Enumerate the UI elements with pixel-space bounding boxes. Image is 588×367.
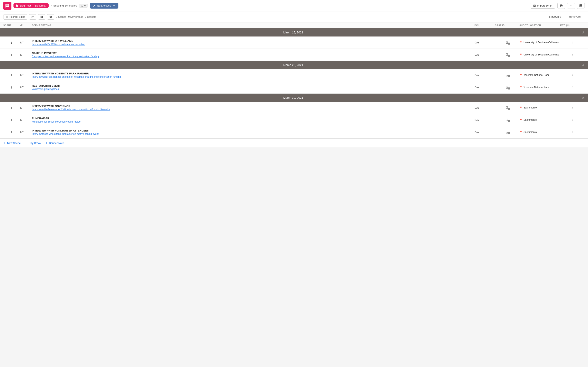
scene-ie: INT	[20, 119, 32, 122]
location-text: Sacramento	[523, 131, 537, 133]
scene-setting: INTERVIEW WITH GOVERNOR Interview with G…	[32, 105, 475, 111]
edit-access-button[interactable]: Edit Access	[90, 3, 118, 8]
topbar: Blog Post — Docume.. > Shooting Schedule…	[0, 0, 588, 11]
breadcrumb-separator: >	[51, 4, 52, 7]
edit-access-label: Edit Access	[97, 4, 111, 7]
toolbar-tabs: Stripboard Boneyard	[545, 13, 585, 20]
est-hash: #	[560, 106, 585, 109]
banner-3-hash: #	[582, 96, 584, 99]
pencil-icon	[93, 4, 96, 7]
import-icon	[533, 4, 536, 7]
new-scene-label: New Scene	[7, 142, 21, 145]
app-icon[interactable]	[3, 2, 11, 10]
scene-ie: INT	[20, 131, 32, 134]
scene-ie: INT	[20, 106, 32, 109]
schedule-container: SCENE I/E SCENE SETTING D/N CAST ID SHOO…	[0, 22, 588, 147]
cast-id-cell: +	[495, 105, 519, 111]
scene-description[interactable]: Interview with Dr. Williams on forest co…	[32, 43, 475, 46]
scene-number: 1	[3, 118, 20, 122]
svg-text:+: +	[509, 43, 509, 44]
cast-id-cell: +	[495, 117, 519, 123]
location-cell: 📍 Yosemite National Park	[519, 86, 560, 89]
cast-tag-icon: +	[504, 85, 510, 90]
new-scene-button[interactable]: New Scene	[3, 142, 21, 145]
version-badge[interactable]: v0	[79, 4, 88, 8]
location-cell: 📍 University of Southern California	[519, 53, 560, 56]
scene-description[interactable]: Interview with Governor of California on…	[32, 108, 475, 111]
location-cell: 📍 University of Southern California	[519, 41, 560, 44]
print-button[interactable]	[557, 3, 565, 9]
scene-description[interactable]: Fundraiser for Yosemite Conservation Pro…	[32, 120, 475, 123]
scene-setting: CAMPUS PROTEST Campus protest and awaren…	[32, 52, 475, 58]
plus-icon	[3, 142, 6, 145]
scene-dn: DAY	[475, 53, 495, 56]
scene-title: INTERVIEW WITH YOSEMITE PARK RANGER	[32, 72, 475, 75]
tab-boneyard[interactable]: Boneyard	[565, 13, 585, 20]
import-script-button[interactable]: Import Script	[530, 3, 555, 8]
scene-setting: INTERVIEW WITH YOSEMITE PARK RANGER Inte…	[32, 72, 475, 78]
scene-dn: DAY	[475, 106, 495, 109]
scene-title: FUNDRAISER	[32, 117, 475, 120]
banner-note-button[interactable]: Banner Note	[45, 142, 64, 145]
location-cell: 📍 Yosemite National Park	[519, 74, 560, 77]
import-btn-label: Import Script	[537, 4, 552, 7]
scene-description[interactable]: Volunteers planting trees	[32, 88, 475, 91]
header-scene-setting: SCENE SETTING	[32, 24, 475, 26]
cast-tag-icon: +	[504, 52, 510, 58]
svg-text:+: +	[509, 108, 509, 109]
table-row: 1 INT INTERVIEW WITH GOVERNOR Interview …	[0, 102, 588, 114]
scene-description[interactable]: Interview those who attend fundraiser on…	[32, 133, 475, 135]
toolbar-stats: 7 Scenes · 0 Day Breaks · 3 Banners	[56, 16, 96, 18]
settings-icon	[49, 16, 52, 18]
scene-description[interactable]: Interview with Park Ranger on state of Y…	[32, 75, 475, 78]
doc-badge[interactable]: Blog Post — Docume..	[13, 3, 49, 8]
day-banner-3: March 30, 2021 #	[0, 94, 588, 102]
more-button[interactable]	[567, 3, 575, 9]
banner-note-label: Banner Note	[49, 142, 64, 145]
location-text: Yosemite National Park	[523, 74, 549, 76]
header-cast-id: CAST ID	[495, 24, 519, 26]
cast-id-cell: +	[495, 52, 519, 58]
est-hash: #	[560, 41, 585, 44]
scene-ie: INT	[20, 74, 32, 77]
sort-button[interactable]	[29, 14, 36, 20]
toolbar: Reorder Strips 7 Scenes · 0 Day Breaks ·…	[0, 11, 588, 22]
reorder-icon	[6, 16, 8, 18]
doc-badge-label: Blog Post — Docume..	[20, 4, 47, 7]
cast-tag-icon: +	[504, 105, 510, 111]
scene-setting: INTERVIEW WITH DR. WILLIAMS Interview wi…	[32, 39, 475, 46]
chevron-down-icon	[84, 5, 86, 7]
scene-description[interactable]: Campus protest and awareness for cutting…	[32, 55, 475, 58]
est-hash: #	[560, 86, 585, 89]
cast-tag-icon: +	[504, 117, 510, 123]
table-row: 1 INT INTERVIEW WITH YOSEMITE PARK RANGE…	[0, 69, 588, 81]
comment-icon	[579, 4, 582, 7]
header-dn: D/N	[475, 24, 495, 26]
scene-dn: DAY	[475, 74, 495, 77]
plus-circle-icon	[25, 142, 27, 145]
add-strip-button[interactable]	[38, 14, 45, 20]
settings-button[interactable]	[47, 14, 54, 20]
comment-button[interactable]	[577, 3, 585, 9]
cast-id-cell: +	[495, 129, 519, 135]
day-break-button[interactable]: Day Break	[25, 142, 41, 145]
scene-dn: DAY	[475, 131, 495, 134]
scene-title: INTERVIEW WITH FUNDRAISER ATTENDEES	[32, 129, 475, 132]
table-row: 1 INT CAMPUS PROTEST Campus protest and …	[0, 49, 588, 61]
topbar-left: Blog Post — Docume.. > Shooting Schedule…	[3, 2, 118, 10]
location-cell: 📍 Sacramento	[519, 131, 560, 134]
tab-stripboard[interactable]: Stripboard	[545, 13, 565, 20]
scene-setting: FUNDRAISER Fundraiser for Yosemite Conse…	[32, 117, 475, 123]
location-text: Sacramento	[523, 118, 537, 121]
scene-number: 1	[3, 53, 20, 57]
banner-2-hash: #	[582, 63, 584, 67]
svg-text:+: +	[509, 133, 509, 134]
table-row: 1 INT INTERVIEW WITH DR. WILLIAMS Interv…	[0, 36, 588, 49]
scene-title: CAMPUS PROTEST	[32, 52, 475, 55]
scene-number: 1	[3, 106, 20, 109]
svg-text:+: +	[509, 55, 509, 57]
reorder-strips-button[interactable]: Reorder Strips	[3, 14, 27, 20]
location-pin-icon: 📍	[519, 41, 522, 44]
cast-id-cell: +	[495, 85, 519, 90]
day-banner-1: March 18, 2021 #	[0, 28, 588, 36]
